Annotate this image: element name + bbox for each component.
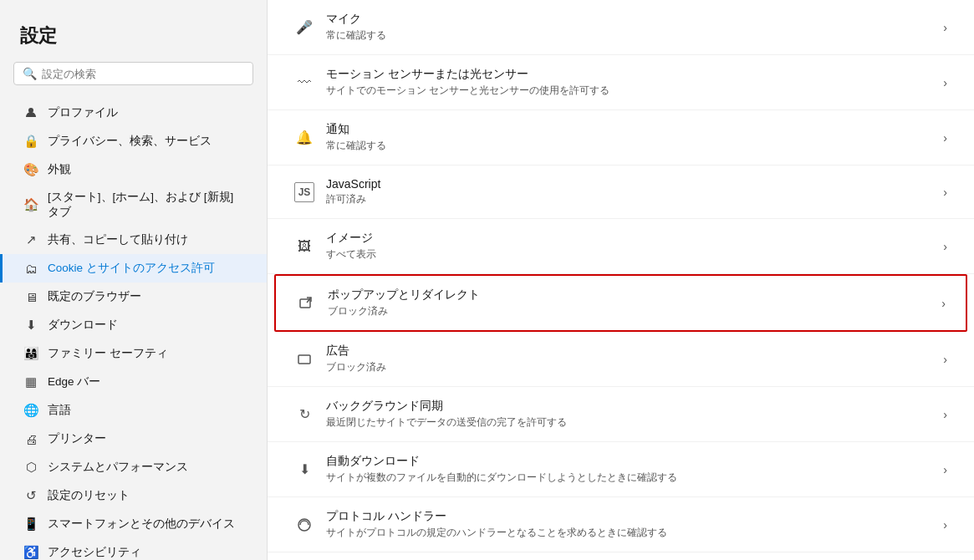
sidebar-item-label: プライバシー、検索、サービス [48, 134, 212, 149]
family-icon: 👨‍👩‍👧 [23, 345, 39, 362]
sidebar-item-share[interactable]: ↗ 共有、コピーして貼り付け [0, 226, 267, 254]
notification-icon: 🔔 [294, 128, 314, 148]
privacy-icon: 🔒 [23, 133, 39, 150]
sidebar-item-family[interactable]: 👨‍👩‍👧 ファミリー セーフティ [0, 339, 267, 368]
settings-item-mic[interactable]: 🎤 マイク 常に確認する › [268, 0, 974, 55]
sidebar-item-start[interactable]: 🏠 [スタート]、[ホーム]、および [新規] タブ [0, 184, 267, 226]
sidebar-item-label: ダウンロード [48, 318, 118, 333]
auto-download-icon: ⬇ [294, 460, 314, 480]
item-title: マイク [326, 12, 935, 27]
item-title: JavaScript [326, 177, 935, 191]
sidebar-item-cookies[interactable]: 🗂 Cookie とサイトのアクセス許可 [0, 254, 267, 283]
item-subtitle: サイトがプロトコルの規定のハンドラーとなることを求めるときに確認する [326, 526, 935, 540]
chevron-right-icon: › [943, 463, 947, 476]
sidebar-item-appearance[interactable]: 🎨 外観 [0, 155, 267, 184]
sidebar-item-system[interactable]: ⬡ システムとパフォーマンス [0, 453, 267, 481]
sidebar-item-accessibility[interactable]: ♿ アクセシビリティ [0, 538, 267, 560]
chevron-right-icon: › [943, 131, 947, 145]
sidebar-item-reset[interactable]: ↺ 設定のリセット [0, 481, 267, 510]
sidebar-item-label: プロファイル [48, 105, 118, 120]
sidebar-item-privacy[interactable]: 🔒 プライバシー、検索、サービス [0, 127, 267, 155]
sidebar-item-label: [スタート]、[ホーム]、および [新規] タブ [48, 190, 247, 220]
share-icon: ↗ [23, 232, 39, 248]
profile-icon [23, 104, 39, 121]
settings-item-motion[interactable]: 〰 モーション センサーまたは光センサー サイトでのモーション センサーと光セン… [268, 55, 974, 110]
item-content-ad: 広告 ブロック済み [326, 344, 935, 374]
sidebar-item-label: プリンター [48, 431, 106, 446]
chevron-right-icon: › [941, 297, 946, 310]
settings-item-ad[interactable]: 広告 ブロック済み › [268, 332, 974, 387]
settings-item-image[interactable]: 🖼 イメージ すべて表示 › [268, 219, 974, 274]
sidebar-item-profile[interactable]: プロファイル [0, 99, 267, 127]
sidebar-item-language[interactable]: 🌐 言語 [0, 396, 267, 425]
item-content-mic: マイク 常に確認する [326, 12, 935, 43]
settings-item-auto-download[interactable]: ⬇ 自動ダウンロード サイトが複数のファイルを自動的にダウンロードしようとしたと… [268, 442, 974, 497]
sidebar-item-label: アクセシビリティ [48, 545, 141, 560]
system-icon: ⬡ [23, 459, 39, 476]
item-subtitle: サイトが複数のファイルを自動的にダウンロードしようとしたときに確認する [326, 471, 935, 485]
chevron-right-icon: › [943, 518, 947, 532]
sidebar-item-printer[interactable]: 🖨 プリンター [0, 425, 267, 453]
search-input[interactable] [42, 68, 244, 80]
settings-item-popup[interactable]: ポップアップとリダイレクト ブロック済み › [274, 274, 967, 332]
sidebar-item-label: ファミリー セーフティ [48, 346, 168, 361]
item-title: 自動ダウンロード [326, 454, 935, 469]
item-subtitle: 最近閉じたサイトでデータの送受信の完了を許可する [326, 415, 935, 430]
item-content-popup: ポップアップとリダイレクト ブロック済み [328, 288, 933, 318]
reset-icon: ↺ [23, 487, 39, 504]
sidebar-item-smartphone[interactable]: 📱 スマートフォンとその他のデバイス [0, 510, 267, 538]
sidebar-item-label: 既定のブラウザー [48, 289, 141, 304]
svg-rect-3 [298, 355, 310, 364]
edgebar-icon: ▦ [23, 374, 39, 390]
sidebar-item-browser[interactable]: 🖥 既定のブラウザー [0, 283, 267, 311]
browser-icon: 🖥 [23, 288, 39, 305]
item-title: イメージ [326, 231, 935, 246]
settings-item-notification[interactable]: 🔔 通知 常に確認する › [268, 110, 974, 165]
item-title: ポップアップとリダイレクト [328, 288, 933, 303]
item-title: 通知 [326, 122, 935, 137]
sidebar-item-edgebar[interactable]: ▦ Edge バー [0, 368, 267, 396]
item-title: プロトコル ハンドラー [326, 509, 935, 524]
sync-icon: ↻ [294, 405, 314, 425]
item-subtitle: 常に確認する [326, 139, 935, 153]
chevron-right-icon: › [943, 76, 947, 89]
sidebar-item-label: 共有、コピーして貼り付け [48, 232, 188, 247]
item-subtitle: すべて表示 [326, 247, 935, 262]
chevron-right-icon: › [943, 353, 947, 366]
language-icon: 🌐 [23, 402, 39, 419]
sidebar-item-label: システムとパフォーマンス [48, 460, 188, 475]
mic-icon: 🎤 [294, 18, 314, 38]
popup-icon [296, 293, 316, 313]
sidebar-item-label: 設定のリセット [48, 488, 130, 503]
settings-item-javascript[interactable]: JS JavaScript 許可済み › [268, 165, 974, 219]
sidebar-item-download[interactable]: ⬇ ダウンロード [0, 311, 267, 339]
item-content-javascript: JavaScript 許可済み [326, 177, 935, 206]
search-box[interactable]: 🔍 [13, 62, 253, 85]
sidebar: 設定 🔍 プロファイル 🔒 プライバシー、検索、サービス 🎨 外観 🏠 [スター… [0, 0, 268, 560]
item-subtitle: 許可済み [326, 192, 935, 206]
sidebar-item-label: 言語 [48, 403, 71, 418]
main-content: 🎤 マイク 常に確認する › 〰 モーション センサーまたは光センサー サイトで… [268, 0, 974, 560]
item-content-notification: 通知 常に確認する [326, 122, 935, 153]
item-title: バックグラウンド同期 [326, 399, 935, 414]
cookies-icon: 🗂 [23, 260, 39, 277]
image-icon: 🖼 [294, 237, 314, 257]
search-icon: 🔍 [23, 67, 37, 80]
javascript-icon: JS [294, 182, 314, 202]
sidebar-item-label: スマートフォンとその他のデバイス [48, 517, 235, 532]
appearance-icon: 🎨 [23, 161, 39, 178]
item-content-motion: モーション センサーまたは光センサー サイトでのモーション センサーと光センサー… [326, 67, 935, 98]
settings-item-background[interactable]: ↻ バックグラウンド同期 最近閉じたサイトでデータの送受信の完了を許可する › [268, 387, 974, 442]
printer-icon: 🖨 [23, 430, 39, 447]
item-content-auto-download: 自動ダウンロード サイトが複数のファイルを自動的にダウンロードしようとしたときに… [326, 454, 935, 485]
sidebar-item-label: Edge バー [48, 374, 100, 389]
chevron-right-icon: › [943, 240, 947, 253]
chevron-right-icon: › [943, 21, 947, 34]
item-subtitle: ブロック済み [328, 304, 933, 318]
page-title: 設定 [0, 17, 267, 62]
accessibility-icon: ♿ [23, 544, 39, 560]
protocol-icon [294, 515, 314, 535]
settings-item-protocol[interactable]: プロトコル ハンドラー サイトがプロトコルの規定のハンドラーとなることを求めると… [268, 497, 974, 552]
chevron-right-icon: › [943, 186, 947, 199]
smartphone-icon: 📱 [23, 516, 39, 532]
